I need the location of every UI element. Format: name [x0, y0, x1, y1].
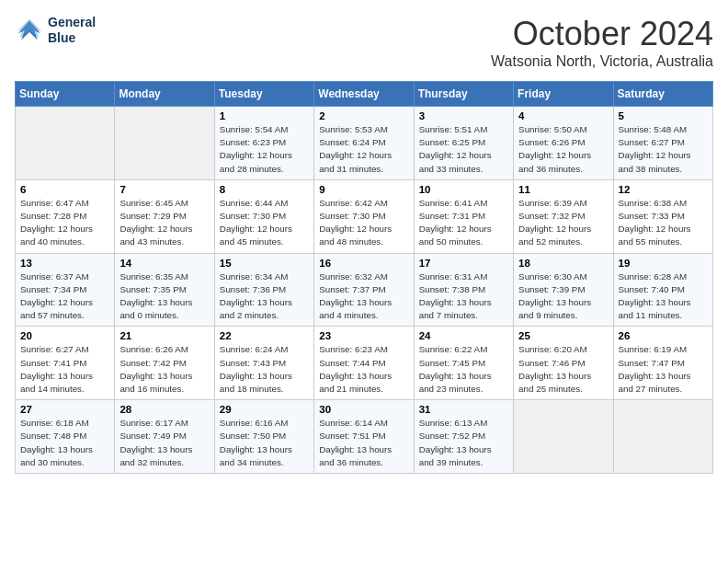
- day-number: 13: [20, 258, 109, 269]
- calendar-cell: 16Sunrise: 6:32 AM Sunset: 7:37 PM Dayli…: [314, 253, 414, 327]
- weekday-header: Monday: [115, 82, 214, 107]
- calendar-cell: 5Sunrise: 5:48 AM Sunset: 6:27 PM Daylig…: [613, 107, 712, 180]
- day-info: Sunrise: 6:27 AM Sunset: 7:41 PM Dayligh…: [20, 343, 109, 396]
- day-info: Sunrise: 6:42 AM Sunset: 7:30 PM Dayligh…: [319, 197, 408, 249]
- calendar-week-row: 20Sunrise: 6:27 AM Sunset: 7:41 PM Dayli…: [16, 327, 713, 400]
- day-info: Sunrise: 6:34 AM Sunset: 7:36 PM Dayligh…: [220, 270, 309, 323]
- calendar-cell: 13Sunrise: 6:37 AM Sunset: 7:34 PM Dayli…: [16, 253, 115, 327]
- calendar-cell: 20Sunrise: 6:27 AM Sunset: 7:41 PM Dayli…: [16, 327, 115, 400]
- day-number: 20: [20, 330, 109, 341]
- calendar-cell: 15Sunrise: 6:34 AM Sunset: 7:36 PM Dayli…: [214, 253, 313, 327]
- day-info: Sunrise: 6:39 AM Sunset: 7:32 PM Dayligh…: [518, 197, 608, 249]
- calendar-cell: 19Sunrise: 6:28 AM Sunset: 7:40 PM Dayli…: [613, 253, 712, 327]
- calendar-cell: 12Sunrise: 6:38 AM Sunset: 7:33 PM Dayli…: [613, 179, 712, 253]
- calendar-cell: 7Sunrise: 6:45 AM Sunset: 7:29 PM Daylig…: [115, 179, 214, 253]
- calendar-cell: [16, 107, 115, 180]
- weekday-header: Friday: [514, 82, 613, 107]
- day-info: Sunrise: 6:19 AM Sunset: 7:47 PM Dayligh…: [619, 343, 708, 396]
- day-number: 15: [220, 258, 309, 269]
- day-number: 9: [319, 184, 408, 195]
- day-number: 4: [518, 110, 608, 121]
- calendar-cell: 10Sunrise: 6:41 AM Sunset: 7:31 PM Dayli…: [414, 179, 513, 253]
- day-number: 23: [319, 330, 408, 341]
- day-info: Sunrise: 6:26 AM Sunset: 7:42 PM Dayligh…: [119, 343, 209, 396]
- calendar-week-row: 6Sunrise: 6:47 AM Sunset: 7:28 PM Daylig…: [16, 179, 713, 253]
- day-info: Sunrise: 6:37 AM Sunset: 7:34 PM Dayligh…: [20, 270, 109, 323]
- calendar-cell: 31Sunrise: 6:13 AM Sunset: 7:52 PM Dayli…: [414, 400, 513, 474]
- title-area: October 2024 Watsonia North, Victoria, A…: [491, 15, 713, 70]
- day-info: Sunrise: 6:28 AM Sunset: 7:40 PM Dayligh…: [619, 270, 708, 323]
- day-info: Sunrise: 5:53 AM Sunset: 6:24 PM Dayligh…: [319, 123, 408, 176]
- day-info: Sunrise: 6:44 AM Sunset: 7:30 PM Dayligh…: [220, 197, 309, 249]
- day-info: Sunrise: 6:14 AM Sunset: 7:51 PM Dayligh…: [319, 417, 408, 469]
- day-info: Sunrise: 6:41 AM Sunset: 7:31 PM Dayligh…: [419, 197, 508, 249]
- calendar-cell: 21Sunrise: 6:26 AM Sunset: 7:42 PM Dayli…: [115, 327, 214, 400]
- calendar-cell: 14Sunrise: 6:35 AM Sunset: 7:35 PM Dayli…: [115, 253, 214, 327]
- day-info: Sunrise: 6:20 AM Sunset: 7:46 PM Dayligh…: [518, 343, 608, 396]
- calendar-cell: 29Sunrise: 6:16 AM Sunset: 7:50 PM Dayli…: [214, 400, 313, 474]
- day-number: 21: [119, 330, 209, 341]
- day-number: 12: [619, 184, 708, 195]
- day-number: 30: [319, 404, 408, 415]
- calendar-cell: 3Sunrise: 5:51 AM Sunset: 6:25 PM Daylig…: [414, 107, 513, 180]
- logo-text: General Blue: [48, 15, 96, 46]
- day-number: 26: [619, 330, 708, 341]
- day-info: Sunrise: 6:24 AM Sunset: 7:43 PM Dayligh…: [220, 343, 309, 396]
- weekday-header: Thursday: [414, 82, 513, 107]
- calendar-cell: 25Sunrise: 6:20 AM Sunset: 7:46 PM Dayli…: [514, 327, 613, 400]
- day-number: 28: [119, 404, 209, 415]
- calendar-cell: 27Sunrise: 6:18 AM Sunset: 7:48 PM Dayli…: [16, 400, 115, 474]
- day-number: 31: [419, 404, 508, 415]
- calendar-week-row: 1Sunrise: 5:54 AM Sunset: 6:23 PM Daylig…: [16, 107, 713, 180]
- svg-marker-1: [17, 19, 42, 39]
- day-info: Sunrise: 6:30 AM Sunset: 7:39 PM Dayligh…: [518, 270, 608, 323]
- calendar-header-row: SundayMondayTuesdayWednesdayThursdayFrid…: [16, 82, 713, 107]
- day-number: 22: [220, 330, 309, 341]
- day-number: 8: [220, 184, 309, 195]
- calendar-cell: 8Sunrise: 6:44 AM Sunset: 7:30 PM Daylig…: [214, 179, 313, 253]
- location-title: Watsonia North, Victoria, Australia: [491, 53, 713, 70]
- day-info: Sunrise: 6:38 AM Sunset: 7:33 PM Dayligh…: [619, 197, 708, 249]
- weekday-header: Tuesday: [214, 82, 313, 107]
- day-info: Sunrise: 6:31 AM Sunset: 7:38 PM Dayligh…: [419, 270, 508, 323]
- day-number: 11: [518, 184, 608, 195]
- calendar-table: SundayMondayTuesdayWednesdayThursdayFrid…: [15, 81, 713, 474]
- calendar-cell: 22Sunrise: 6:24 AM Sunset: 7:43 PM Dayli…: [214, 327, 313, 400]
- day-info: Sunrise: 6:18 AM Sunset: 7:48 PM Dayligh…: [20, 417, 109, 469]
- calendar-cell: 26Sunrise: 6:19 AM Sunset: 7:47 PM Dayli…: [613, 327, 712, 400]
- day-info: Sunrise: 6:32 AM Sunset: 7:37 PM Dayligh…: [319, 270, 408, 323]
- calendar-cell: 17Sunrise: 6:31 AM Sunset: 7:38 PM Dayli…: [414, 253, 513, 327]
- calendar-cell: [613, 400, 712, 474]
- month-title: October 2024: [491, 15, 713, 53]
- weekday-header: Wednesday: [314, 82, 414, 107]
- day-number: 2: [319, 110, 408, 121]
- day-number: 29: [220, 404, 309, 415]
- logo-icon: [15, 17, 44, 43]
- day-number: 6: [20, 184, 109, 195]
- day-info: Sunrise: 5:48 AM Sunset: 6:27 PM Dayligh…: [619, 123, 708, 176]
- day-number: 16: [319, 258, 408, 269]
- day-number: 7: [119, 184, 209, 195]
- calendar-cell: 18Sunrise: 6:30 AM Sunset: 7:39 PM Dayli…: [514, 253, 613, 327]
- day-info: Sunrise: 6:13 AM Sunset: 7:52 PM Dayligh…: [419, 417, 508, 469]
- calendar-cell: 6Sunrise: 6:47 AM Sunset: 7:28 PM Daylig…: [16, 179, 115, 253]
- calendar-cell: 1Sunrise: 5:54 AM Sunset: 6:23 PM Daylig…: [214, 107, 313, 180]
- day-info: Sunrise: 6:16 AM Sunset: 7:50 PM Dayligh…: [220, 417, 309, 469]
- day-info: Sunrise: 6:35 AM Sunset: 7:35 PM Dayligh…: [119, 270, 209, 323]
- calendar-cell: 24Sunrise: 6:22 AM Sunset: 7:45 PM Dayli…: [414, 327, 513, 400]
- day-number: 18: [518, 258, 608, 269]
- day-number: 3: [419, 110, 508, 121]
- weekday-header: Saturday: [613, 82, 712, 107]
- day-info: Sunrise: 6:47 AM Sunset: 7:28 PM Dayligh…: [20, 197, 109, 249]
- day-info: Sunrise: 6:45 AM Sunset: 7:29 PM Dayligh…: [119, 197, 209, 249]
- calendar-cell: 11Sunrise: 6:39 AM Sunset: 7:32 PM Dayli…: [514, 179, 613, 253]
- day-number: 1: [220, 110, 309, 121]
- day-info: Sunrise: 6:17 AM Sunset: 7:49 PM Dayligh…: [119, 417, 209, 469]
- day-number: 24: [419, 330, 508, 341]
- calendar-week-row: 27Sunrise: 6:18 AM Sunset: 7:48 PM Dayli…: [16, 400, 713, 474]
- calendar-cell: 2Sunrise: 5:53 AM Sunset: 6:24 PM Daylig…: [314, 107, 414, 180]
- day-number: 10: [419, 184, 508, 195]
- weekday-header: Sunday: [16, 82, 115, 107]
- day-number: 27: [20, 404, 109, 415]
- day-info: Sunrise: 5:50 AM Sunset: 6:26 PM Dayligh…: [518, 123, 608, 176]
